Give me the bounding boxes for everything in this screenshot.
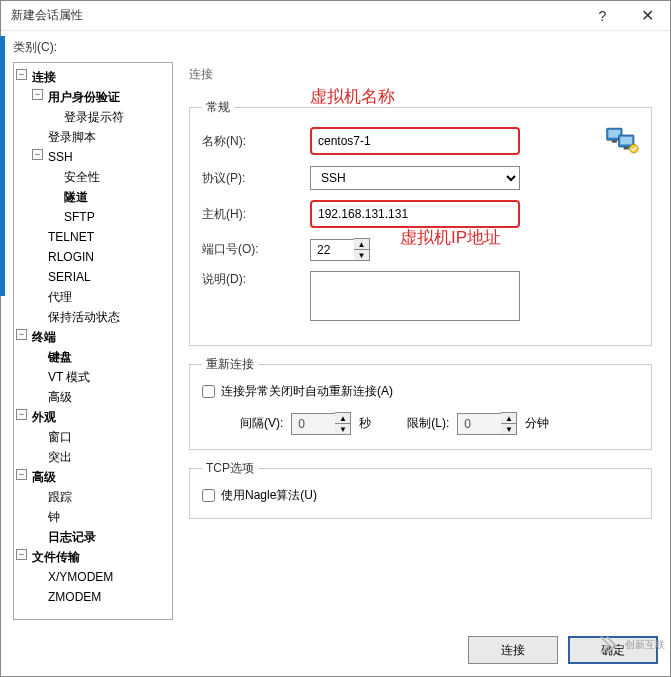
limit-label: 限制(L): (407, 415, 449, 432)
interval-spinner: ▲▼ (335, 412, 351, 435)
panel-title: 连接 (189, 66, 652, 83)
tree-filetransfer[interactable]: −文件传输 (16, 547, 170, 567)
host-input[interactable] (310, 200, 520, 228)
tree-vtmode[interactable]: VT 模式 (32, 367, 170, 387)
computers-icon (605, 126, 639, 156)
tree-rlogin[interactable]: RLOGIN (32, 247, 170, 267)
svg-rect-4 (620, 137, 632, 145)
general-group: 常规 名称(N): (189, 99, 652, 346)
tree-login-script[interactable]: 登录脚本 (32, 127, 170, 147)
limit-unit: 分钟 (525, 415, 549, 432)
connect-button[interactable]: 连接 (468, 636, 558, 664)
tree-trace[interactable]: 跟踪 (32, 487, 170, 507)
collapse-icon[interactable]: − (16, 549, 27, 560)
general-legend: 常规 (202, 99, 234, 116)
collapse-icon[interactable]: − (16, 69, 27, 80)
tree-window[interactable]: 窗口 (32, 427, 170, 447)
annotation-vm-name: 虚拟机名称 (310, 85, 395, 108)
svg-rect-2 (612, 140, 617, 143)
limit-spinner: ▲▼ (501, 412, 517, 435)
down-arrow-icon[interactable]: ▼ (354, 250, 369, 260)
tree-keepalive[interactable]: 保持活动状态 (32, 307, 170, 327)
tree-keyboard[interactable]: 键盘 (32, 347, 170, 367)
auto-reconnect-label: 连接异常关闭时自动重新连接(A) (221, 383, 393, 400)
collapse-icon[interactable]: − (16, 409, 27, 420)
tree-terminal[interactable]: −终端 (16, 327, 170, 347)
auto-reconnect-checkbox[interactable] (202, 385, 215, 398)
category-tree[interactable]: −连接 −用户身份验证 登录提示符 登录脚本 −SSH (13, 62, 173, 620)
port-input[interactable] (310, 239, 354, 261)
interval-input (291, 413, 335, 435)
annotation-vm-ip: 虚拟机IP地址 (400, 226, 501, 249)
tree-serial[interactable]: SERIAL (32, 267, 170, 287)
port-label: 端口号(O): (202, 241, 302, 258)
close-button[interactable]: ✕ (625, 1, 670, 31)
collapse-icon[interactable]: − (32, 89, 43, 100)
tree-advanced-term[interactable]: 高级 (32, 387, 170, 407)
tree-login-prompt[interactable]: 登录提示符 (48, 107, 170, 127)
protocol-select[interactable]: SSH (310, 166, 520, 190)
tree-ssh[interactable]: −SSH (32, 147, 170, 167)
dialog-buttons: 连接 确定 (1, 628, 670, 676)
tree-highlight[interactable]: 突出 (32, 447, 170, 467)
collapse-icon[interactable]: − (16, 329, 27, 340)
window-title: 新建会话属性 (11, 7, 580, 24)
tree-appearance[interactable]: −外观 (16, 407, 170, 427)
description-input[interactable] (310, 271, 520, 321)
titlebar: 新建会话属性 ? ✕ (1, 1, 670, 31)
tree-sftp[interactable]: SFTP (48, 207, 170, 227)
tree-tunnel[interactable]: 隧道 (48, 187, 170, 207)
collapse-icon[interactable]: − (16, 469, 27, 480)
tcp-legend: TCP选项 (202, 460, 258, 477)
tree-connection[interactable]: −连接 (16, 67, 170, 87)
limit-input (457, 413, 501, 435)
tree-security[interactable]: 安全性 (48, 167, 170, 187)
interval-unit: 秒 (359, 415, 371, 432)
up-arrow-icon[interactable]: ▲ (354, 239, 369, 250)
watermark: 创新互联 (595, 633, 665, 657)
nagle-checkbox[interactable] (202, 489, 215, 502)
svg-rect-5 (624, 147, 629, 150)
tree-telnet[interactable]: TELNET (32, 227, 170, 247)
tree-user-auth[interactable]: −用户身份验证 (32, 87, 170, 107)
tree-logging[interactable]: 日志记录 (32, 527, 170, 547)
reconnect-group: 重新连接 连接异常关闭时自动重新连接(A) 间隔(V): ▲▼ 秒 (189, 356, 652, 450)
category-label: 类别(C): (13, 39, 658, 56)
tree-xymodem[interactable]: X/YMODEM (32, 567, 170, 587)
protocol-label: 协议(P): (202, 170, 302, 187)
host-label: 主机(H): (202, 206, 302, 223)
tree-bell[interactable]: 钟 (32, 507, 170, 527)
tree-zmodem[interactable]: ZMODEM (32, 587, 170, 607)
watermark-logo-icon (595, 633, 619, 657)
collapse-icon[interactable]: − (32, 149, 43, 160)
tcp-group: TCP选项 使用Nagle算法(U) (189, 460, 652, 519)
desc-label: 说明(D): (202, 271, 302, 288)
name-label: 名称(N): (202, 133, 302, 150)
name-input[interactable] (310, 127, 520, 155)
reconnect-legend: 重新连接 (202, 356, 258, 373)
tree-advanced[interactable]: −高级 (16, 467, 170, 487)
interval-label: 间隔(V): (240, 415, 283, 432)
nagle-label: 使用Nagle算法(U) (221, 487, 317, 504)
tree-proxy[interactable]: 代理 (32, 287, 170, 307)
help-button[interactable]: ? (580, 1, 625, 31)
port-spinner[interactable]: ▲▼ (354, 238, 370, 261)
